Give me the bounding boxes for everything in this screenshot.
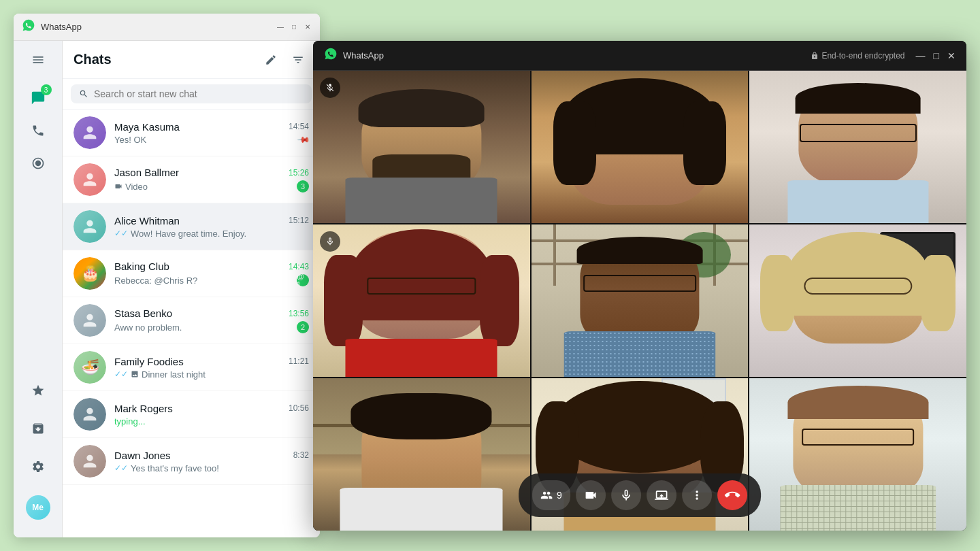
sidebar-item-calls[interactable] [24,117,52,144]
sidebar-item-chats[interactable]: 3 [24,84,52,112]
avatar-baking: 🎂 [74,257,106,290]
chat-time-maya: 14:54 [289,122,309,131]
avatar-family: 🍜 [74,351,106,384]
sidebar-item-archived[interactable] [24,415,52,442]
search-input-wrapper[interactable] [71,84,312,103]
video-cell-7 [313,378,530,531]
chat-item-alice[interactable]: Alice Whitman 15:12 ✓✓ Wow! Have great t… [63,203,320,250]
video-grid [313,71,966,531]
search-input[interactable] [94,88,304,99]
encrypted-label: End-to-end endcrypted [821,51,904,61]
chat-preview-alice: ✓✓ Wow! Have great time. Enjoy. [114,229,309,239]
sidebar-item-menu[interactable] [24,46,52,73]
video-app-name: WhatsApp [343,50,811,61]
main-window: WhatsApp — □ ✕ 3 [14,14,320,537]
chat-name-maya: Maya Kasuma [114,121,180,133]
badge-jason: 3 [297,180,309,193]
avatar-dawn [74,445,106,478]
chat-info-family: Family Foodies 11:21 ✓✓ Dinner last nigh… [114,356,309,380]
chat-info-jason: Jason Ballmer 15:26 Video 3 [114,167,309,193]
chat-name-dawn: Dawn Jones [114,450,171,461]
chat-item-maya[interactable]: Maya Kasuma 14:54 Yes! OK 📌 [63,110,320,156]
avatar-maya [74,116,106,149]
microphone-button[interactable] [611,480,641,510]
sidebar-item-status[interactable] [24,150,52,177]
whatsapp-logo-icon [22,18,35,35]
chat-item-baking[interactable]: 🎂 Baking Club 14:43 Rebecca: @Chris R? @… [63,250,320,297]
chat-item-mark[interactable]: Mark Rogers 10:56 typing... [63,391,320,438]
chat-time-mark: 10:56 [289,403,309,413]
video-maximize-button[interactable]: □ [934,50,939,61]
video-cell-5 [532,224,749,377]
screen-share-button[interactable] [647,480,676,510]
svg-point-0 [35,161,40,166]
chat-preview-family: ✓✓ Dinner last night [114,369,309,380]
chat-info-stasa: Stasa Benko 13:56 Aww no problem. 2 [114,307,309,333]
window-controls: — □ ✕ [276,23,312,31]
new-chat-button[interactable] [260,49,282,71]
encrypted-badge: End-to-end endcrypted [811,51,904,61]
mute-indicator-1 [320,78,340,98]
video-cell-1 [313,71,530,223]
chat-item-dawn[interactable]: Dawn Jones 8:32 ✓✓ Yes that's my fave to… [63,438,320,485]
chat-preview-dawn: ✓✓ Yes that's my fave too! [114,463,309,473]
video-minimize-button[interactable]: — [916,50,926,61]
chat-info-maya: Maya Kasuma 14:54 Yes! OK 📌 [114,121,309,145]
chat-time-jason: 15:26 [289,168,309,178]
chat-info-mark: Mark Rogers 10:56 typing... [114,403,309,427]
avatar-jason [74,163,106,196]
call-controls: 9 [519,473,761,517]
chat-item-family[interactable]: 🍜 Family Foodies 11:21 ✓✓ Dinner last ni… [63,344,320,391]
video-cell-3 [749,71,966,223]
sidebar-self-avatar[interactable]: Me [24,494,52,521]
sidebar-item-starred[interactable] [24,377,52,404]
chat-time-family: 11:21 [289,356,309,366]
chat-time-dawn: 8:32 [293,450,309,460]
chat-time-baking: 14:43 [289,262,309,271]
video-close-button[interactable]: ✕ [947,50,956,61]
chat-name-alice: Alice Whitman [114,215,180,227]
chats-title: Chats [74,52,112,67]
video-window-controls: — □ ✕ [916,50,956,61]
search-icon [79,89,88,99]
pin-icon-maya: 📌 [297,133,311,147]
chat-name-family: Family Foodies [114,356,184,367]
chat-name-jason: Jason Ballmer [114,167,179,178]
sidebar-item-settings[interactable] [24,453,52,480]
badge-stasa: 2 [297,321,309,333]
sidebar: 3 [14,41,63,537]
chat-item-jason[interactable]: Jason Ballmer 15:26 Video 3 [63,156,320,203]
search-bar [63,79,320,110]
chat-info-alice: Alice Whitman 15:12 ✓✓ Wow! Have great t… [114,215,309,239]
mute-indicator-4 [320,231,340,252]
participants-button[interactable]: 9 [532,480,570,510]
avatar-alice [74,210,106,243]
chat-name-mark: Mark Rogers [114,403,173,414]
app-title: WhatsApp [41,22,271,32]
chat-item-stasa[interactable]: Stasa Benko 13:56 Aww no problem. 2 [63,297,320,344]
avatar-stasa [74,304,106,337]
avatar-mark [74,398,106,431]
video-title-bar: WhatsApp End-to-end endcrypted — □ ✕ [313,41,966,71]
chat-preview-maya: Yes! OK [114,135,299,145]
end-call-button[interactable] [717,480,747,510]
chat-info-dawn: Dawn Jones 8:32 ✓✓ Yes that's my fave to… [114,450,309,473]
close-button[interactable]: ✕ [304,23,312,31]
more-options-button[interactable] [682,480,712,510]
video-call-window: WhatsApp End-to-end endcrypted — □ ✕ [313,41,966,531]
chat-name-baking: Baking Club [114,261,169,272]
camera-button[interactable] [576,480,606,510]
minimize-button[interactable]: — [276,23,284,31]
filter-button[interactable] [287,49,309,71]
badge-baking: @ 1 [297,274,309,286]
title-bar: WhatsApp — □ ✕ [14,14,320,41]
participants-count: 9 [557,490,562,501]
video-cell-2 [532,71,749,223]
maximize-button[interactable]: □ [290,23,298,31]
chats-badge: 3 [41,84,52,95]
chat-time-alice: 15:12 [289,216,309,225]
chat-list: Maya Kasuma 14:54 Yes! OK 📌 [63,110,320,530]
video-whatsapp-logo [324,47,338,64]
chat-info-baking: Baking Club 14:43 Rebecca: @Chris R? @ 1 [114,261,309,286]
video-cell-6 [749,224,966,377]
